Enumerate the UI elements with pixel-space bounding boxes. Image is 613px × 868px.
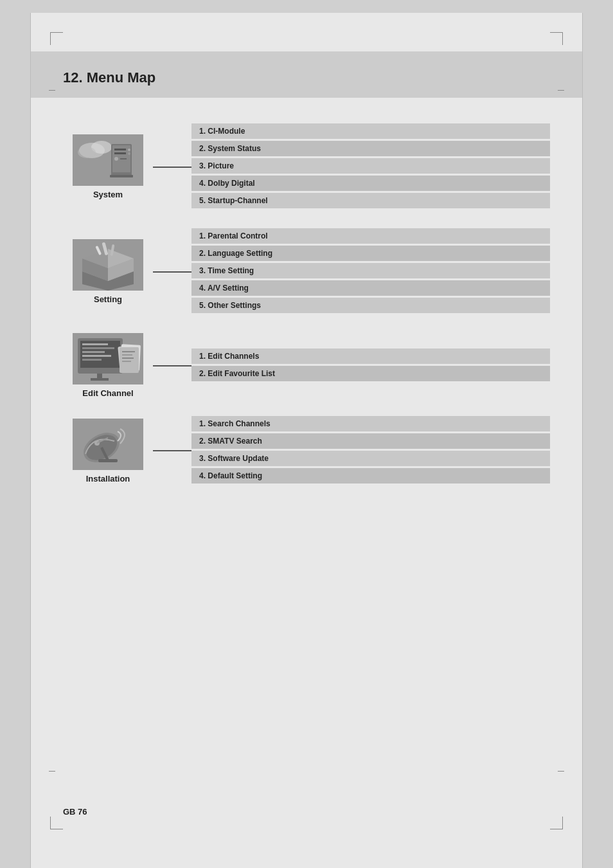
menu-item-installation-4: 4. Default Setting [191,468,550,484]
menu-item-installation-3: 3. Software Update [191,451,550,466]
svg-rect-36 [122,354,132,356]
page: 12. Menu Map [30,13,583,868]
connector-system [153,167,191,168]
menu-item-setting-3: 3. Time Setting [191,263,550,278]
corner-mark-tr [550,32,563,45]
svg-rect-35 [122,351,135,352]
icon-system [73,134,143,186]
tick-left-bottom [49,771,55,772]
icon-label-text-installation: Installation [86,474,130,484]
svg-rect-30 [97,374,102,379]
svg-rect-38 [122,361,131,362]
svg-rect-29 [82,359,102,361]
svg-rect-10 [110,175,133,177]
icon-label-installation: Installation [63,419,153,484]
corner-mark-bl [50,817,63,829]
header-band: 12. Menu Map [31,51,582,98]
menu-item-setting-1: 1. Parental Control [191,228,550,244]
menu-item-setting-5: 5. Other Settings [191,298,550,313]
icon-label-text-edit-channel: Edit Channel [82,388,133,398]
menu-items-system: 1. CI-Module2. System Status3. Picture4.… [191,123,550,210]
footer-page-number: GB 76 [63,807,87,817]
page-title: 12. Menu Map [63,69,550,86]
menu-item-system-5: 5. Startup-Channel [191,193,550,208]
svg-rect-37 [122,357,134,359]
tick-left-top [49,90,55,91]
svg-rect-43 [98,459,118,462]
icon-edit-channel [73,333,143,384]
svg-rect-25 [82,343,108,345]
svg-rect-8 [114,157,118,161]
connector-setting [153,271,191,273]
menu-item-system-3: 3. Picture [191,158,550,174]
menu-item-installation-2: 2. SMATV Search [191,433,550,449]
svg-rect-6 [114,149,126,150]
svg-rect-31 [91,378,109,381]
svg-rect-9 [120,158,127,159]
svg-rect-7 [114,152,126,154]
menu-item-setting-4: 4. A/V Setting [191,280,550,296]
svg-point-11 [128,149,130,151]
menu-row-installation: Installation 1. Search Channels2. SMATV … [63,416,550,485]
svg-rect-26 [82,347,114,349]
menu-item-system-2: 2. System Status [191,141,550,156]
menu-item-system-4: 4. Dolby Digital [191,176,550,191]
menu-row-edit-channel: Edit Channel 1. Edit Channels2. Edit Fav… [63,333,550,398]
menu-row-system: System 1. CI-Module2. System Status3. Pi… [63,123,550,210]
menu-item-setting-2: 2. Language Setting [191,246,550,261]
icon-label-text-setting: Setting [94,294,122,304]
svg-point-12 [128,152,130,155]
svg-rect-28 [82,355,111,357]
menu-items-setting: 1. Parental Control2. Language Setting3.… [191,228,550,315]
menu-items-edit-channel: 1. Edit Channels2. Edit Favourite List [191,348,550,383]
menu-item-edit-channel-1: 1. Edit Channels [191,348,550,364]
corner-mark-br [550,817,563,829]
corner-mark-tl [50,32,63,45]
menu-row-setting: Setting 1. Parental Control2. Language S… [63,228,550,315]
menu-item-system-1: 1. CI-Module [191,123,550,139]
svg-point-3 [78,147,96,158]
icon-label-system: System [63,134,153,199]
icon-label-edit-channel: Edit Channel [63,333,153,398]
svg-rect-0 [73,134,143,186]
menu-item-installation-1: 1. Search Channels [191,416,550,431]
tick-right-top [558,90,564,91]
icon-installation [73,419,143,470]
icon-label-text-system: System [93,190,123,199]
connector-edit-channel [153,365,191,366]
svg-rect-27 [82,351,105,353]
menu-item-edit-channel-2: 2. Edit Favourite List [191,366,550,381]
tick-right-bottom [558,771,564,772]
icon-label-setting: Setting [63,239,153,304]
connector-installation [153,450,191,451]
content-area: System 1. CI-Module2. System Status3. Pi… [31,98,582,529]
icon-setting [73,239,143,291]
menu-items-installation: 1. Search Channels2. SMATV Search3. Soft… [191,416,550,485]
